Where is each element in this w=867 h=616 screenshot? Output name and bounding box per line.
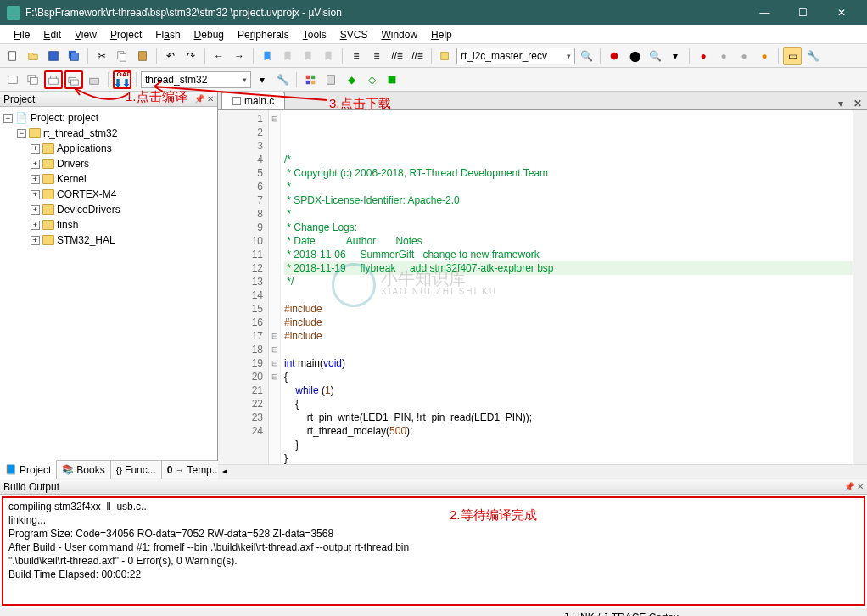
tab-project[interactable]: 📘 Project <box>0 460 57 479</box>
editor-pane: main.c ▾ ✕ 12345678910111213141516171819… <box>218 92 867 479</box>
menu-window[interactable]: Window <box>374 27 424 42</box>
tree-folder[interactable]: +Applications <box>2 141 215 156</box>
target-dropdown-icon[interactable]: ▾ <box>253 70 271 89</box>
cut-icon[interactable]: ✂ <box>92 47 111 65</box>
find-combo[interactable]: rt_i2c_master_recv <box>456 48 575 64</box>
menu-debug[interactable]: Debug <box>187 27 231 42</box>
manage-rte-icon[interactable]: ◆ <box>342 70 361 89</box>
menu-peripherals[interactable]: Peripherals <box>231 27 296 42</box>
project-tree[interactable]: −📄Project: project −rt_thread_stm32 +App… <box>0 107 217 460</box>
indent-icon[interactable]: ≡ <box>347 47 366 65</box>
minimize-button[interactable]: ― <box>746 0 784 25</box>
svg-rect-18 <box>306 80 310 83</box>
editor-tab-main[interactable]: main.c <box>221 92 285 109</box>
toolbox-icon[interactable]: 🔧 <box>803 47 822 65</box>
save-icon[interactable] <box>44 47 63 65</box>
project-pane: Project 📌 ✕ −📄Project: project −rt_threa… <box>0 92 218 479</box>
grey-dot2-icon[interactable]: ● <box>735 47 753 65</box>
tree-folder[interactable]: +STM32_HAL <box>2 232 215 248</box>
menu-project[interactable]: Project <box>103 27 148 42</box>
window-title: F:\BspFramework\rt-thread\bsp\stm32\stm3… <box>25 7 746 19</box>
debug-icon[interactable] <box>605 47 624 65</box>
svg-rect-21 <box>389 76 396 83</box>
menu-view[interactable]: View <box>68 27 103 42</box>
options-icon[interactable]: 🔧 <box>273 70 292 89</box>
tree-folder[interactable]: +CORTEX-M4 <box>2 187 215 202</box>
file-ext-icon[interactable] <box>322 70 340 89</box>
project-tabs: 📘 Project 📚 Books {} Func... 0→ Temp... <box>0 460 217 479</box>
scrollbar-vertical[interactable] <box>853 110 867 464</box>
svg-rect-0 <box>9 51 16 60</box>
manage-icon[interactable] <box>301 70 320 89</box>
statusbar: J-LINK / J-TRACE Cortex <box>0 608 867 616</box>
menu-flash[interactable]: Flash <box>148 27 187 42</box>
app-icon <box>7 6 20 20</box>
maximize-button[interactable]: ☐ <box>784 0 822 25</box>
target-combo[interactable]: thread_stm32 <box>141 71 251 88</box>
translate-icon[interactable] <box>3 70 22 89</box>
find-next-icon[interactable]: 🔍 <box>577 47 596 65</box>
nav-back-icon[interactable]: ← <box>210 47 228 65</box>
copy-icon[interactable] <box>113 47 131 65</box>
pack-installer-icon[interactable] <box>383 70 401 89</box>
menu-tools[interactable]: Tools <box>296 27 333 42</box>
batch-build-icon[interactable] <box>85 70 103 89</box>
tab-books[interactable]: 📚 Books <box>57 461 110 479</box>
window-layout-icon[interactable]: ▭ <box>783 47 802 65</box>
grey-dot-icon[interactable]: ● <box>714 47 733 65</box>
build-target-icon[interactable] <box>24 70 42 89</box>
menu-help[interactable]: Help <box>424 27 459 42</box>
select-pack-icon[interactable]: ◇ <box>362 70 381 89</box>
bookmark-clear-icon[interactable] <box>319 47 338 65</box>
menu-file[interactable]: File <box>7 27 36 42</box>
tree-folder[interactable]: +Kernel <box>2 171 215 187</box>
new-file-icon[interactable] <box>3 47 22 65</box>
comment-icon[interactable]: //≡ <box>388 47 406 65</box>
bookmark-icon[interactable] <box>258 47 277 65</box>
build-output-body[interactable]: compiling stm32f4xx_ll_usb.c...linking..… <box>2 496 865 606</box>
close-button[interactable]: ✕ <box>822 0 860 25</box>
uncomment-icon[interactable]: //≡ <box>408 47 427 65</box>
svg-rect-20 <box>327 75 335 84</box>
menubar: File Edit View Project Flash Debug Perip… <box>0 25 867 44</box>
editor-close-icon[interactable]: ✕ <box>848 98 867 109</box>
tab-functions[interactable]: {} Func... <box>111 461 162 479</box>
menu-svcs[interactable]: SVCS <box>333 27 375 42</box>
nav-fwd-icon[interactable]: → <box>230 47 249 65</box>
outdent-icon[interactable]: ≡ <box>367 47 386 65</box>
tree-folder[interactable]: +finsh <box>2 217 215 232</box>
redo-icon[interactable]: ↷ <box>182 47 200 65</box>
red-dot-icon[interactable]: ● <box>694 47 713 65</box>
bookmark-next-icon[interactable] <box>299 47 317 65</box>
open-file-icon[interactable] <box>24 47 42 65</box>
titlebar: F:\BspFramework\rt-thread\bsp\stm32\stm3… <box>0 0 867 25</box>
bookmark-prev-icon[interactable] <box>278 47 297 65</box>
code-area[interactable]: 小牛知识库XIAO NIU ZHI SHI KU /* * Copyright … <box>281 110 853 464</box>
tree-folder[interactable]: +Drivers <box>2 156 215 171</box>
tree-target[interactable]: −rt_thread_stm32 <box>2 126 215 141</box>
insert-icon[interactable]: 🔍 <box>646 47 664 65</box>
find-in-files-icon[interactable] <box>436 47 455 65</box>
build-icon[interactable] <box>44 70 63 89</box>
editor-dropdown-icon[interactable]: ▾ <box>833 98 848 109</box>
orange-dot-icon[interactable]: ● <box>755 47 774 65</box>
paste-icon[interactable] <box>133 47 152 65</box>
scrollbar-horizontal[interactable]: ◂ <box>218 464 867 479</box>
svg-rect-19 <box>311 80 315 83</box>
tree-folder[interactable]: +DeviceDrivers <box>2 202 215 217</box>
menu-edit[interactable]: Edit <box>36 27 68 42</box>
save-all-icon[interactable] <box>64 47 83 65</box>
tree-root[interactable]: −📄Project: project <box>2 110 215 126</box>
zoom-icon[interactable]: ▾ <box>666 47 685 65</box>
breakpoint-icon[interactable]: ⬤ <box>625 47 644 65</box>
tab-templates[interactable]: 0→ Temp... <box>162 461 227 479</box>
pin-icon[interactable]: 📌 ✕ <box>844 482 864 491</box>
toolbar-main: ✂ ↶ ↷ ← → ≡ ≡ //≡ //≡ rt_i2c_master_recv… <box>0 44 867 68</box>
undo-icon[interactable]: ↶ <box>161 47 180 65</box>
main-area: Project 📌 ✕ −📄Project: project −rt_threa… <box>0 92 867 479</box>
download-icon[interactable]: LOAD⬇⬇ <box>113 70 131 89</box>
editor-body[interactable]: 123456789101112131415161718192021222324 … <box>218 110 867 464</box>
fold-column[interactable]: ⊟⊟⊟⊟⊟ <box>269 110 281 464</box>
pin-icon[interactable]: 📌 ✕ <box>194 94 214 104</box>
rebuild-icon[interactable] <box>64 70 83 89</box>
